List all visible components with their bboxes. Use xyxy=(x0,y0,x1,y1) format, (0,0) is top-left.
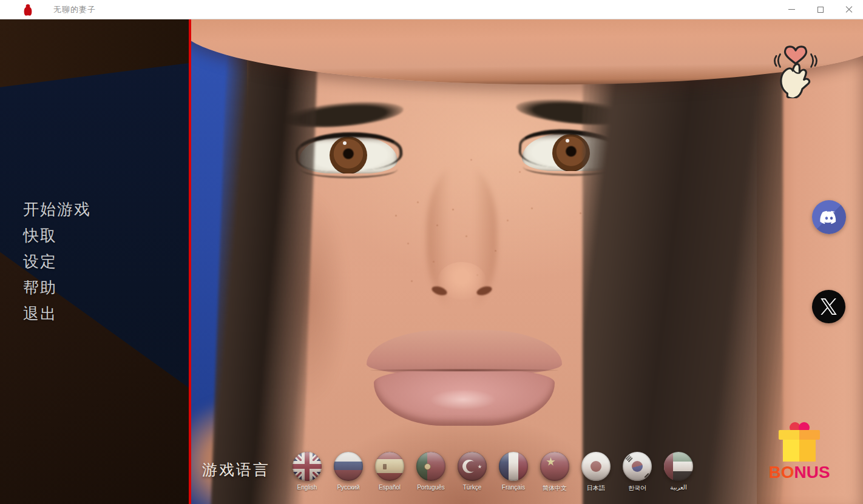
flag-gloss xyxy=(664,452,693,481)
window-controls xyxy=(777,0,863,19)
language-flag-en[interactable]: English xyxy=(286,452,328,492)
language-label: 游戏语言 xyxy=(202,460,270,480)
flag-label: Français xyxy=(502,484,525,491)
title-bar: 无聊的妻子 xyxy=(0,0,863,19)
menu-panel: 开始游戏 快取 设定 帮助 退出 xyxy=(0,19,189,504)
hair-left-art xyxy=(211,30,318,504)
language-flag-ae[interactable]: العربية xyxy=(658,452,699,492)
flag-label: 한국어 xyxy=(628,484,646,492)
gift-box xyxy=(783,440,816,462)
maximize-button[interactable] xyxy=(806,0,834,19)
flag-icon xyxy=(540,452,569,481)
menu-item-help[interactable]: 帮助 xyxy=(23,277,91,298)
bonus-label: BONUS xyxy=(768,464,830,481)
bonus-gift-button[interactable]: BONUS xyxy=(764,422,834,481)
flag-icon xyxy=(623,452,652,481)
bonus-letter: U xyxy=(807,464,819,481)
flag-gloss xyxy=(334,452,363,481)
language-flag-jp[interactable]: 日本語 xyxy=(575,452,617,492)
hair-right-art xyxy=(583,19,783,504)
flag-label: 简体中文 xyxy=(543,484,567,492)
minimize-button[interactable] xyxy=(777,0,806,19)
language-flag-pt[interactable]: Português xyxy=(410,452,452,492)
flag-icon xyxy=(293,452,322,481)
app-window: 无聊的妻子 开始游戏 快取 设定 帮助 退出 xyxy=(0,0,863,504)
language-flag-row: English Русский Español Português Türkçe xyxy=(286,452,699,492)
close-icon xyxy=(845,6,853,13)
language-flag-kr[interactable]: 한국어 xyxy=(617,452,658,492)
language-flag-es[interactable]: Español xyxy=(369,452,410,492)
finger-heart-icon xyxy=(771,40,821,98)
lip-highlight xyxy=(430,389,496,410)
flag-gloss xyxy=(581,452,611,481)
flag-label: العربية xyxy=(670,484,686,491)
flag-label: Português xyxy=(417,484,445,491)
lashes-bottom-left xyxy=(300,160,398,178)
flag-gloss xyxy=(293,452,322,481)
bonus-letter: S xyxy=(819,464,830,481)
flag-icon xyxy=(458,452,487,481)
flag-icon xyxy=(664,452,693,481)
bonus-letter: O xyxy=(781,464,794,481)
flag-label: Español xyxy=(379,484,401,491)
window-title: 无聊的妻子 xyxy=(53,4,96,15)
discord-icon[interactable] xyxy=(812,200,846,234)
flag-icon xyxy=(499,452,528,481)
app-icon xyxy=(22,4,33,16)
menu-item-quick-load[interactable]: 快取 xyxy=(23,225,91,246)
nose-art xyxy=(427,165,497,311)
x-twitter-icon[interactable] xyxy=(812,290,845,323)
close-button[interactable] xyxy=(834,0,863,19)
menu-item-exit[interactable]: 退出 xyxy=(23,303,91,324)
flag-icon xyxy=(375,452,404,481)
flag-label: 日本語 xyxy=(587,484,605,492)
bonus-letter: N xyxy=(794,464,806,481)
language-flag-ru[interactable]: Русский xyxy=(328,452,369,492)
language-flag-fr[interactable]: Français xyxy=(493,452,534,492)
maximize-icon xyxy=(817,7,824,13)
gift-lid xyxy=(779,430,820,440)
flag-gloss xyxy=(540,452,569,481)
bonus-letter: B xyxy=(768,464,780,481)
language-flag-cn[interactable]: 简体中文 xyxy=(534,452,575,492)
background-photo: BONUS 游戏语言 English Русский Español Portu… xyxy=(191,19,863,504)
flag-icon xyxy=(416,452,445,481)
flag-gloss xyxy=(416,452,445,481)
flag-gloss xyxy=(375,452,404,481)
flag-gloss xyxy=(623,452,652,481)
flag-icon xyxy=(334,452,363,481)
red-divider-line xyxy=(189,19,191,504)
flag-label: Türkçe xyxy=(463,484,482,491)
menu-item-start-game[interactable]: 开始游戏 xyxy=(23,199,91,220)
flag-gloss xyxy=(499,452,528,481)
language-flag-tr[interactable]: Türkçe xyxy=(452,452,493,492)
upper-lip xyxy=(367,330,562,375)
flag-label: English xyxy=(297,484,317,491)
main-menu: 开始游戏 快取 设定 帮助 退出 xyxy=(23,199,91,329)
flag-label: Русский xyxy=(337,484,359,491)
minimize-icon xyxy=(788,9,795,10)
flag-gloss xyxy=(458,452,487,481)
mouth-line xyxy=(370,369,558,372)
flag-icon xyxy=(581,452,611,481)
menu-item-settings[interactable]: 设定 xyxy=(23,251,91,272)
